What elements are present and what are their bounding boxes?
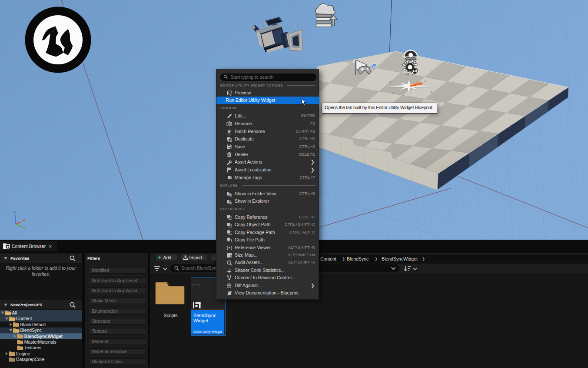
svg-text:MasterMaterials: MasterMaterials — [24, 340, 56, 345]
svg-text:E: E — [431, 91, 432, 94]
svg-text:BlendSyncWidget: BlendSyncWidget — [24, 334, 63, 339]
svg-text:Y: Y — [23, 226, 26, 231]
svg-text:Content: Content — [16, 316, 32, 321]
svg-text:Z: Z — [13, 211, 16, 215]
svg-text:Engine: Engine — [16, 351, 30, 356]
svg-text:BlendSync: BlendSync — [20, 328, 42, 333]
svg-text:All: All — [12, 311, 17, 315]
svg-text:N: N — [424, 80, 426, 83]
svg-text:BlankDefault: BlankDefault — [20, 322, 46, 327]
svg-text:S: S — [392, 92, 394, 94]
svg-text:W: W — [389, 80, 392, 83]
svg-text:X: X — [23, 218, 25, 223]
svg-text:Textures: Textures — [24, 345, 41, 350]
svg-text:DataprepCore: DataprepCore — [16, 357, 44, 362]
